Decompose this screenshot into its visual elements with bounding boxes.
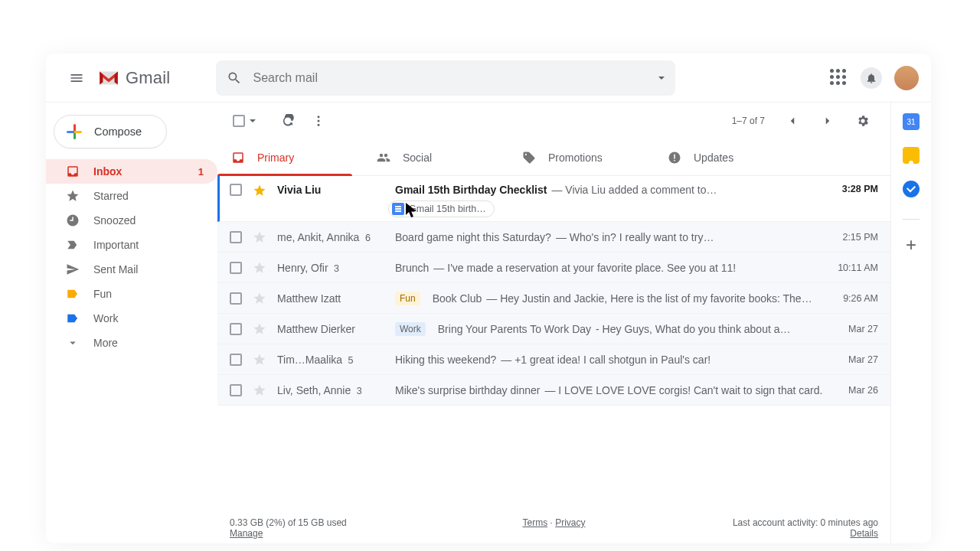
sidebar-item-important[interactable]: Important (46, 233, 217, 257)
header: Gmail (46, 54, 931, 103)
menu-icon[interactable] (58, 60, 95, 96)
prev-page-button[interactable] (777, 106, 808, 136)
time: 10:11 AM (825, 262, 878, 273)
star-icon[interactable] (253, 261, 266, 275)
time: Mar 27 (825, 354, 878, 365)
sidebar-item-fun[interactable]: Fun (46, 282, 217, 306)
apps-icon[interactable] (830, 69, 848, 87)
category-tabs: PrimarySocialPromotionsUpdates (217, 139, 890, 176)
pager-text: 1–7 of 7 (732, 116, 765, 126)
svg-point-0 (318, 116, 320, 118)
svg-point-2 (318, 124, 320, 126)
attachment-chip[interactable]: Gmail 15th birth… (388, 201, 495, 217)
toolbar: 1–7 of 7 (217, 103, 890, 139)
refresh-button[interactable] (273, 106, 303, 136)
row-checkbox[interactable] (230, 384, 242, 396)
side-panel: 31 + (891, 103, 931, 543)
sender: Vivia Liu (277, 184, 395, 196)
star-icon[interactable] (253, 383, 266, 397)
star-icon[interactable] (253, 322, 266, 336)
tab-primary[interactable]: Primary (217, 139, 363, 175)
subject-snippet: Hiking this weekend? — +1 great idea! I … (395, 354, 825, 366)
search-icon (227, 70, 242, 86)
sidebar-item-starred[interactable]: Starred (46, 184, 217, 208)
search-options-icon[interactable] (658, 77, 665, 80)
compose-label: Compose (94, 126, 142, 138)
sidebar-item-more[interactable]: More (46, 331, 217, 355)
svg-rect-4 (674, 154, 675, 158)
sender: Matthew Dierker (277, 323, 395, 335)
star-icon[interactable] (253, 353, 266, 367)
star-icon[interactable] (253, 184, 266, 197)
search-box[interactable] (216, 60, 675, 96)
sidebar: Compose Inbox1StarredSnoozedImportantSen… (46, 103, 217, 543)
tab-updates[interactable]: Updates (654, 139, 799, 175)
email-row[interactable]: Matthew DierkerWorkBring Your Parents To… (217, 314, 890, 344)
plus-icon (67, 124, 82, 139)
time: 3:28 PM (825, 184, 878, 194)
row-checkbox[interactable] (230, 231, 242, 243)
row-checkbox[interactable] (230, 292, 242, 305)
calendar-icon[interactable]: 31 (903, 113, 920, 130)
divider (903, 219, 920, 220)
time: 9:26 AM (825, 293, 878, 304)
activity-text: Last account activity: 0 minutes ago (733, 517, 878, 528)
email-row[interactable]: me, Ankit, Annika 6Board game night this… (217, 222, 890, 253)
sidebar-item-sent[interactable]: Sent Mail (46, 257, 217, 282)
add-panel-button[interactable]: + (903, 236, 920, 253)
subject-snippet: Gmail 15th Birthday Checklist — Vivia Li… (395, 184, 825, 196)
email-row[interactable]: Liv, Seth, Annie 3Mike's surprise birthd… (217, 375, 890, 406)
email-row[interactable]: Henry, Ofir 3Brunch — I've made a reserv… (217, 253, 890, 283)
time: Mar 27 (825, 324, 878, 334)
account-avatar[interactable] (894, 66, 919, 90)
sidebar-item-inbox[interactable]: Inbox1 (46, 159, 217, 184)
sidebar-item-snoozed[interactable]: Snoozed (46, 208, 217, 233)
row-checkbox[interactable] (230, 262, 242, 274)
privacy-link[interactable]: Privacy (555, 517, 585, 528)
doc-icon (392, 203, 404, 215)
subject-snippet: Board game night this Saturday? — Who's … (395, 231, 825, 243)
main: 1–7 of 7 PrimarySocialPromotionsUpdates … (217, 103, 891, 543)
manage-link[interactable]: Manage (230, 528, 263, 539)
sidebar-item-work[interactable]: Work (46, 306, 217, 331)
time: Mar 26 (825, 385, 878, 396)
footer: 0.33 GB (2%) of 15 GB used Manage Terms … (217, 513, 890, 543)
star-icon[interactable] (253, 230, 266, 244)
email-list: Vivia LiuGmail 15th Birthday Checklist —… (217, 176, 890, 513)
email-row[interactable]: Vivia LiuGmail 15th Birthday Checklist —… (217, 176, 890, 222)
svg-point-1 (318, 120, 320, 122)
keep-icon[interactable] (903, 147, 920, 164)
app-name: Gmail (126, 68, 170, 88)
gmail-logo-icon (98, 70, 119, 86)
notifications-icon[interactable] (861, 67, 882, 89)
tasks-icon[interactable] (903, 181, 920, 197)
tab-promotions[interactable]: Promotions (508, 139, 654, 175)
compose-button[interactable]: Compose (54, 115, 167, 148)
svg-rect-5 (674, 160, 675, 161)
subject-snippet: Mike's surprise birthday dinner — I LOVE… (395, 384, 825, 396)
sender: me, Ankit, Annika 6 (277, 231, 395, 243)
select-all-checkbox[interactable] (230, 110, 259, 132)
sender: Henry, Ofir 3 (277, 262, 395, 274)
sender: Tim…Maalika 5 (277, 354, 395, 366)
tab-social[interactable]: Social (363, 139, 508, 175)
subject-snippet: FunBook Club — Hey Justin and Jackie, He… (395, 292, 825, 305)
star-icon[interactable] (253, 292, 266, 305)
details-link[interactable]: Details (850, 528, 878, 539)
email-row[interactable]: Matthew IzattFunBook Club — Hey Justin a… (217, 283, 890, 314)
time: 2:15 PM (825, 232, 878, 243)
search-input[interactable] (253, 71, 648, 85)
row-checkbox[interactable] (230, 323, 242, 335)
subject-snippet: WorkBring Your Parents To Work Day - Hey… (395, 322, 825, 336)
storage-text: 0.33 GB (2%) of 15 GB used (230, 517, 347, 528)
brand[interactable]: Gmail (98, 68, 170, 88)
sender: Liv, Seth, Annie 3 (277, 384, 395, 396)
settings-button[interactable] (848, 106, 878, 136)
terms-link[interactable]: Terms (522, 517, 547, 528)
sender: Matthew Izatt (277, 292, 395, 305)
row-checkbox[interactable] (230, 184, 242, 196)
row-checkbox[interactable] (230, 354, 242, 366)
more-button[interactable] (303, 106, 334, 136)
next-page-button[interactable] (812, 106, 843, 136)
email-row[interactable]: Tim…Maalika 5Hiking this weekend? — +1 g… (217, 344, 890, 375)
